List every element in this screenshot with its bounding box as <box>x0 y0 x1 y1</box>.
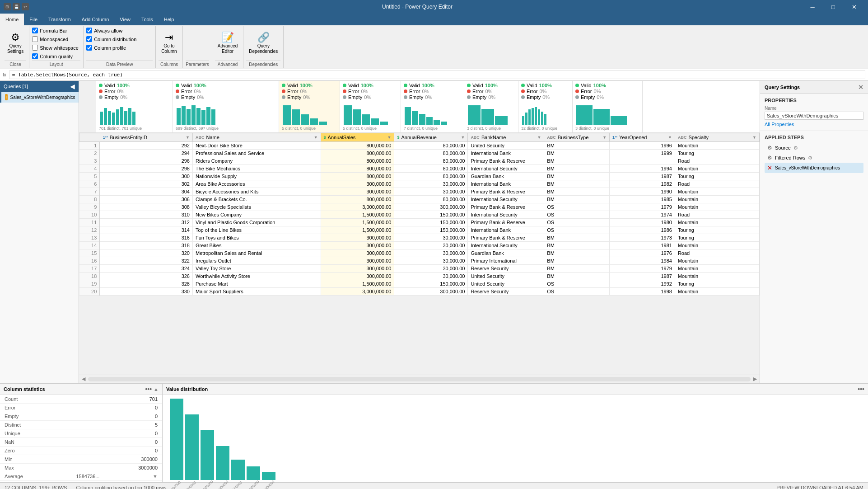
cell-businessentityid: 316 <box>100 234 192 242</box>
formula-bar-checkbox[interactable]: Formula Bar <box>32 27 67 34</box>
query-dependencies-button[interactable]: 🔗 QueryDependencies <box>246 29 280 57</box>
profile-footer-businesstype: 3 distinct, 0 unique <box>467 126 515 131</box>
tab-home[interactable]: Home <box>0 14 24 25</box>
col-header-businesstype[interactable]: ABC BusinessType ▼ <box>544 133 610 142</box>
step-delete-icon[interactable]: ✕ <box>767 165 772 171</box>
maximize-button[interactable]: □ <box>823 0 844 14</box>
tab-add-column[interactable]: Add Column <box>76 14 115 25</box>
close-query-settings-button[interactable]: ✕ <box>858 84 863 91</box>
step-sales-demographics[interactable]: ✕ Sales_vStoreWithDemographics <box>765 163 863 173</box>
filter-button-annualsales[interactable]: ▼ <box>387 135 392 140</box>
collapse-queries-button[interactable]: ◀ <box>70 83 75 90</box>
cell-annualsales: 3,000,000.00 <box>321 203 394 211</box>
table-row: 12314Top of the Line Bikes1,500,000.0015… <box>79 226 760 234</box>
stats-row-count: Count 701 <box>0 395 162 404</box>
tab-file[interactable]: File <box>24 14 43 25</box>
status-preview: PREVIEW DOWNLOADED AT 6:54 AM <box>776 485 863 489</box>
stats-value-distinct: 5 <box>155 422 158 428</box>
tab-view[interactable]: View <box>114 14 136 25</box>
show-whitespace-checkbox[interactable]: Show whitespace <box>32 44 79 51</box>
cell-name: Riders Company <box>192 157 321 165</box>
col-header-yearopened[interactable]: 1²³ YearOpened ▼ <box>610 133 675 142</box>
tab-transform[interactable]: Transform <box>43 14 76 25</box>
col-header-annualrevenue[interactable]: $ AnnualRevenue ▼ <box>394 133 468 142</box>
filter-button-annualrevenue[interactable]: ▼ <box>461 135 465 140</box>
ribbon-group-parameters: Parameters <box>183 26 212 68</box>
undo-icon[interactable]: ↩ <box>22 3 29 10</box>
col-header-businessentityid[interactable]: 1²³ BusinessEntityID ▼ <box>100 133 192 142</box>
cell-businessentityid: 296 <box>100 157 192 165</box>
col-header-annualsales[interactable]: $ AnnualSales ▼ <box>321 133 394 142</box>
filter-button-yearopened[interactable]: ▼ <box>668 135 672 140</box>
formula-bar-input[interactable] <box>9 71 865 79</box>
name-prop-value[interactable]: Sales_vStoreWithDemographics <box>765 112 863 120</box>
step-filtered-gear[interactable]: ⚙ <box>808 155 812 161</box>
cell-businessentityid: 292 <box>100 142 192 150</box>
stats-row-empty: Empty 0 <box>0 412 162 421</box>
average-expand-button[interactable]: ▼ <box>153 474 158 479</box>
column-profile-checkbox[interactable]: Column profile <box>86 44 126 51</box>
col-header-bankname[interactable]: ABC BankName ▼ <box>468 133 544 142</box>
stats-value-error: 0 <box>155 405 158 410</box>
filter-button-specialty[interactable]: ▼ <box>752 135 756 140</box>
cell-bankname: Reserve Security <box>468 288 544 296</box>
filter-button-bankname[interactable]: ▼ <box>537 135 541 140</box>
query-item-sales[interactable]: T Sales_vStoreWithDemographics <box>0 92 79 103</box>
minimize-button[interactable]: ─ <box>802 0 823 14</box>
horizontal-scroll-track[interactable] <box>88 377 751 381</box>
cell-annualrevenue: 150,000.00 <box>394 226 468 234</box>
col-header-name[interactable]: ABC Name ▼ <box>192 133 321 142</box>
cell-annualsales: 300,000.00 <box>321 234 394 242</box>
close-button[interactable]: ✕ <box>844 0 864 14</box>
cell-name: Valley Toy Store <box>192 265 321 273</box>
filter-button-businesstype[interactable]: ▼ <box>602 135 607 140</box>
cell-bankname: Primary Bank & Reserve <box>468 234 544 242</box>
cell-annualsales: 300,000.00 <box>321 257 394 265</box>
stats-row-average: Average 1584736... ▼ <box>0 472 162 481</box>
filter-button-name[interactable]: ▼ <box>314 135 318 140</box>
col-header-specialty[interactable]: ABC Specialty ▼ <box>675 133 759 142</box>
stats-value-count: 701 <box>149 396 158 402</box>
query-settings-button[interactable]: ⚙ QuerySettings <box>5 29 26 57</box>
cell-annualrevenue: 30,000.00 <box>394 234 468 242</box>
query-settings-label: QuerySettings <box>7 43 23 54</box>
cell-yearopened: 1976 <box>610 249 675 257</box>
column-stats-header: Column statistics ••• ▲ <box>0 384 162 395</box>
stats-value-empty: 0 <box>155 414 158 419</box>
cell-yearopened: 1987 <box>610 173 675 180</box>
column-distribution-checkbox[interactable]: Column distribution <box>86 36 136 42</box>
go-to-column-button[interactable]: ⇥ Go toColumn <box>159 29 179 57</box>
column-stats-menu-button[interactable]: ••• <box>145 386 152 393</box>
monospaced-checkbox[interactable]: Monospaced <box>32 36 68 42</box>
row-number-cell: 12 <box>79 226 100 234</box>
cell-name: Bicycle Accessories and Kits <box>192 188 321 196</box>
cell-name: The Bike Mechanics <box>192 165 321 173</box>
advanced-editor-button[interactable]: 📝 AdvancedEditor <box>215 29 240 57</box>
cell-name: Major Sport Suppliers <box>192 288 321 296</box>
table-row: 3296Riders Company800,000.0080,000.00Pri… <box>79 157 760 165</box>
ribbon-content: ⚙ QuerySettings Close Formula Bar Monosp… <box>0 25 868 69</box>
profile-bars-annualsales <box>282 100 337 126</box>
cell-annualrevenue: 150,000.00 <box>394 219 468 226</box>
always-allow-checkbox[interactable]: Always allow <box>86 27 122 34</box>
tab-help[interactable]: Help <box>159 14 180 25</box>
column-quality-checkbox[interactable]: Column quality <box>32 53 73 60</box>
stats-table: Count 701 Error 0 Empty 0 Distinct 5 Uni… <box>0 395 162 482</box>
step-source[interactable]: ⚙ Source ⚙ <box>765 143 863 153</box>
window-controls: ─ □ ✕ <box>802 0 864 14</box>
tab-tools[interactable]: Tools <box>136 14 159 25</box>
save-icon[interactable]: 💾 <box>13 3 20 10</box>
step-source-gear[interactable]: ⚙ <box>793 145 798 151</box>
column-statistics-panel: Column statistics ••• ▲ Count 701 Error … <box>0 384 163 482</box>
horizontal-scrollbar[interactable]: ◀ ▶ <box>79 375 760 383</box>
scroll-left-button[interactable]: ◀ <box>80 376 87 383</box>
step-filtered-rows[interactable]: ⚙ Filtered Rows ⚙ <box>765 153 863 163</box>
column-stats-scroll-up[interactable]: ▲ <box>154 386 159 392</box>
data-table-wrapper[interactable]: 1²³ BusinessEntityID ▼ ABC Name ▼ <box>79 133 760 375</box>
value-dist-menu-button[interactable]: ••• <box>858 386 864 393</box>
scroll-right-button[interactable]: ▶ <box>751 376 759 383</box>
row-number-cell: 20 <box>79 288 100 296</box>
all-properties-link[interactable]: All Properties <box>765 122 794 127</box>
filter-button-businessentityid[interactable]: ▼ <box>186 135 190 140</box>
cell-annualsales: 800,000.00 <box>321 150 394 157</box>
